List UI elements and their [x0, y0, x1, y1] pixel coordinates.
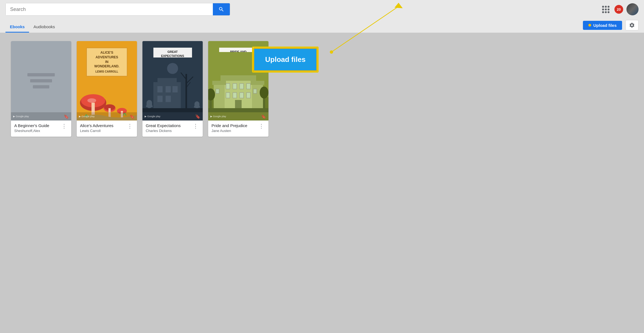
- nav-right: Upload files: [583, 20, 639, 33]
- great-expectations-illustration: [142, 58, 203, 112]
- avatar-image: [626, 3, 639, 15]
- svg-rect-23: [146, 105, 153, 107]
- book-menu-alice[interactable]: ⋮: [126, 123, 134, 129]
- google-play-label: ▶ Google play: [13, 115, 29, 118]
- search-input[interactable]: [6, 3, 213, 15]
- book-card-great: GREAT EXPECTATIONS CHARLES DICKENS: [142, 41, 203, 137]
- book-menu-pride[interactable]: ⋮: [257, 123, 265, 129]
- header-right: 20: [600, 3, 639, 15]
- notification-count: 20: [617, 7, 621, 12]
- pride-prejudice-illustration: [208, 52, 268, 112]
- svg-rect-44: [235, 100, 242, 110]
- book-menu-great[interactable]: ⋮: [192, 123, 199, 129]
- tab-audiobooks[interactable]: Audiobooks: [29, 19, 59, 33]
- google-play-label-alice: ▶ Google play: [79, 115, 95, 118]
- cover-footer-pride: ▶ Google play 🔖: [208, 112, 268, 120]
- svg-rect-26: [142, 108, 203, 112]
- tab-ebooks[interactable]: Ebooks: [5, 19, 29, 33]
- svg-rect-38: [240, 84, 244, 89]
- svg-point-2: [87, 98, 96, 103]
- cover-footer-alice: ▶ Google play 🔖: [77, 112, 137, 120]
- svg-rect-51: [208, 108, 268, 112]
- google-play-label-great: ▶ Google play: [145, 115, 161, 118]
- book-author-great: Charles Dickens: [146, 129, 192, 133]
- book-info-pride: Pride and Prejudice Jane Austen ⋮: [208, 120, 268, 137]
- alice-title-box: ALICE'S ADVENTURES IN WONDERLAND. LEWIS …: [86, 48, 127, 76]
- svg-rect-19: [173, 86, 178, 92]
- book-title-alice: Alice's Adventures: [80, 123, 126, 128]
- nav-tabs: Ebooks Audiobooks: [5, 19, 59, 33]
- book-info-beginners: A Beginner's Guide Sheshunoff,Alex ⋮: [11, 120, 71, 137]
- book-menu-beginners[interactable]: ⋮: [60, 123, 68, 129]
- book-cover-beginners[interactable]: ▶ Google play 🔖: [11, 41, 71, 120]
- settings-button[interactable]: [625, 20, 639, 30]
- settings-icon: [629, 22, 635, 28]
- upload-dot: [588, 24, 591, 27]
- svg-rect-33: [221, 75, 256, 81]
- header: 20: [0, 0, 644, 19]
- svg-rect-46: [253, 89, 257, 93]
- svg-rect-37: [233, 84, 237, 89]
- svg-rect-41: [233, 93, 237, 98]
- svg-point-10: [167, 63, 178, 74]
- book-cover-great[interactable]: GREAT EXPECTATIONS CHARLES DICKENS: [142, 41, 203, 120]
- cover-art-pride: PRIDE AND PREJUDICE JANE AUSTEN: [208, 41, 268, 120]
- svg-point-50: [260, 87, 268, 99]
- svg-rect-36: [226, 84, 230, 89]
- bookmark-icon: 🔖: [64, 114, 69, 119]
- book-text-alice: Alice's Adventures Lewis Carroll: [80, 123, 126, 133]
- book-cover-pride[interactable]: PRIDE AND PREJUDICE JANE AUSTEN: [208, 41, 268, 120]
- search-bar: [5, 3, 230, 16]
- book-card-beginners: ▶ Google play 🔖 A Beginner's Guide Shesh…: [11, 41, 71, 137]
- cover-footer-beginners: ▶ Google play 🔖: [11, 112, 71, 120]
- svg-rect-31: [214, 85, 225, 110]
- svg-rect-16: [158, 78, 177, 85]
- bookmark-icon-great: 🔖: [195, 114, 201, 119]
- cover-footer-great: ▶ Google play 🔖: [142, 112, 203, 120]
- book-title-great: Great Expectations: [146, 123, 192, 128]
- book-card-alice: ALICE'S ADVENTURES IN WONDERLAND. LEWIS …: [77, 41, 137, 137]
- svg-rect-35: [251, 81, 264, 85]
- svg-rect-39: [247, 84, 250, 89]
- bookmark-icon-pride: 🔖: [261, 114, 266, 119]
- book-author-beginners: Sheshunoff,Alex: [14, 129, 60, 133]
- book-author-pride: Jane Austen: [211, 129, 257, 133]
- grid-menu-button[interactable]: [600, 4, 611, 15]
- book-text-pride: Pride and Prejudice Jane Austen: [211, 123, 257, 133]
- cover-art-great: GREAT EXPECTATIONS CHARLES DICKENS: [142, 41, 203, 120]
- svg-rect-40: [226, 93, 230, 98]
- books-grid: ▶ Google play 🔖 A Beginner's Guide Shesh…: [11, 41, 633, 137]
- svg-rect-43: [247, 93, 250, 98]
- search-icon: [218, 6, 224, 12]
- google-play-label-pride: ▶ Google play: [210, 115, 226, 118]
- book-info-great: Great Expectations Charles Dickens ⋮: [142, 120, 203, 137]
- bookmark-icon-alice: 🔖: [129, 114, 135, 119]
- svg-rect-17: [158, 86, 162, 92]
- svg-rect-25: [194, 106, 200, 108]
- book-cover-alice[interactable]: ALICE'S ADVENTURES IN WONDERLAND. LEWIS …: [77, 41, 137, 120]
- svg-rect-34: [212, 81, 226, 85]
- avatar[interactable]: [626, 3, 639, 15]
- cover-art-beginners: [11, 41, 71, 120]
- book-text-beginners: A Beginner's Guide Sheshunoff,Alex: [14, 123, 60, 133]
- main-content: ▶ Google play 🔖 A Beginner's Guide Shesh…: [0, 33, 644, 333]
- svg-rect-42: [240, 93, 244, 98]
- svg-rect-45: [216, 89, 219, 93]
- svg-rect-21: [166, 96, 171, 102]
- book-info-alice: Alice's Adventures Lewis Carroll ⋮: [77, 120, 137, 137]
- svg-rect-18: [166, 86, 171, 92]
- book-text-great: Great Expectations Charles Dickens: [146, 123, 192, 133]
- nav-bar: Ebooks Audiobooks Upload files: [0, 19, 644, 33]
- book-title-pride: Pride and Prejudice: [211, 123, 257, 128]
- book-title-beginners: A Beginner's Guide: [14, 123, 60, 128]
- cover-art-alice: ALICE'S ADVENTURES IN WONDERLAND. LEWIS …: [77, 41, 137, 120]
- grid-icon: [602, 6, 609, 13]
- upload-files-button-header[interactable]: Upload files: [583, 21, 622, 30]
- search-button[interactable]: [213, 3, 230, 15]
- book-author-alice: Lewis Carroll: [80, 129, 126, 133]
- book-card-pride: PRIDE AND PREJUDICE JANE AUSTEN: [208, 41, 268, 137]
- svg-rect-20: [158, 96, 162, 102]
- notification-badge[interactable]: 20: [614, 5, 623, 14]
